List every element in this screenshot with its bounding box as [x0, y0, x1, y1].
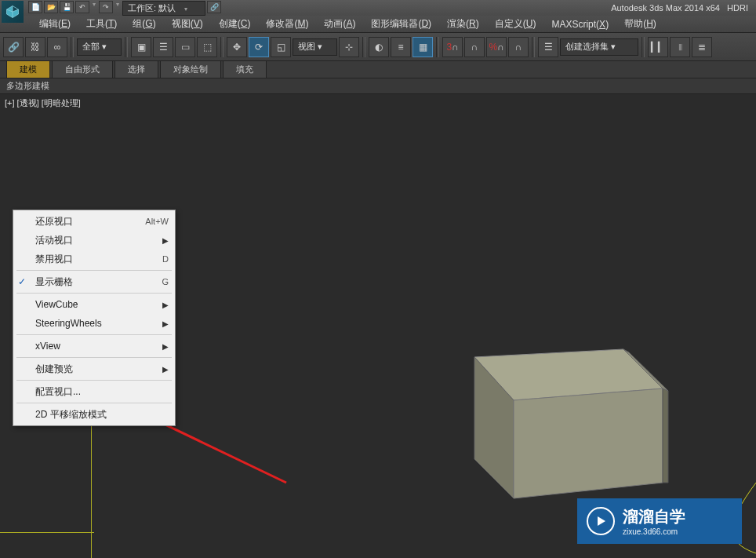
svg-marker-7: [598, 516, 605, 526]
link-tool-icon[interactable]: 🔗: [3, 37, 24, 57]
menu-xview[interactable]: xView▶: [13, 337, 175, 356]
menu-render[interactable]: 渲染(R): [439, 17, 487, 31]
chevron-down-icon: ▾: [183, 5, 189, 13]
menu-active-viewport[interactable]: 活动视口▶: [13, 231, 175, 250]
menu-show-grid[interactable]: ✓ 显示栅格G: [13, 272, 175, 291]
workspace-label: 工作区: 默认: [128, 3, 176, 13]
menu-steeringwheels[interactable]: SteeringWheels▶: [13, 314, 175, 333]
menu-help[interactable]: 帮助(H): [616, 17, 664, 31]
menu-create-preview[interactable]: 创建预览▶: [13, 359, 175, 378]
move-tool-icon[interactable]: ✥: [227, 37, 247, 57]
window-crossing-icon[interactable]: ⬚: [197, 37, 217, 57]
app-icon[interactable]: [2, 1, 24, 23]
menu-disable-viewport[interactable]: 禁用视口D: [13, 250, 175, 268]
tab-object-paint[interactable]: 对象绘制: [160, 60, 221, 78]
menu-tools[interactable]: 工具(T): [78, 17, 125, 31]
mirror-icon[interactable]: ◐: [369, 37, 389, 57]
tab-modeling[interactable]: 建模: [6, 60, 50, 78]
tab-selection[interactable]: 选择: [114, 60, 158, 78]
scale-tool-icon[interactable]: ◱: [271, 37, 291, 57]
watermark-url: zixue.3d66.com: [623, 527, 685, 536]
link-icon[interactable]: 🔗: [207, 1, 221, 13]
mirror-tool-icon[interactable]: ▎▎: [648, 37, 668, 57]
filter-dropdown[interactable]: 全部 ▾: [77, 38, 122, 56]
select-region-icon[interactable]: ▭: [175, 37, 195, 57]
viewport[interactable]: [+] [透视] [明暗处理] 还原视口Alt+W 活动视口▶ 禁用视口D: [0, 94, 756, 558]
align-icon[interactable]: ≡: [391, 37, 411, 57]
menu-restore-viewport[interactable]: 还原视口Alt+W: [13, 212, 175, 231]
play-icon: [587, 507, 615, 535]
menu-create[interactable]: 创建(C): [211, 17, 259, 31]
align-tool-icon[interactable]: ⫴: [670, 37, 690, 57]
layers-icon[interactable]: ≣: [692, 37, 712, 57]
snap-angle-icon[interactable]: ∩: [464, 37, 485, 57]
viewport-context-menu: 还原视口Alt+W 活动视口▶ 禁用视口D ✓ 显示栅格G ViewCube▶ …: [13, 210, 176, 426]
chevron-down-icon[interactable]: ▾: [91, 1, 97, 16]
named-selection-icon[interactable]: ☰: [538, 37, 558, 57]
menu-2d-pan-zoom[interactable]: 2D 平移缩放模式: [13, 405, 175, 424]
ribbon-tabs: 建模 自由形式 选择 对象绘制 填充: [0, 61, 756, 78]
watermark-title: 溜溜自学: [623, 506, 685, 527]
snap-3d-icon[interactable]: 3∩: [442, 37, 463, 57]
menu-graph-editors[interactable]: 图形编辑器(D): [363, 17, 439, 31]
svg-marker-3: [663, 388, 668, 483]
tab-freeform[interactable]: 自由形式: [52, 60, 113, 78]
main-toolbar: 🔗 ⛓ ∞ 全部 ▾ ▣ ☰ ▭ ⬚ ✥ ⟳ ◱ 视图 ▾ ⊹ ◐ ≡ ▦ 3∩…: [0, 33, 756, 61]
rotate-tool-icon[interactable]: ⟳: [249, 37, 269, 57]
view-dropdown[interactable]: 视图 ▾: [293, 38, 337, 56]
selection-set-dropdown[interactable]: 创建选择集 ▾: [560, 38, 638, 56]
menu-customize[interactable]: 自定义(U): [487, 17, 544, 31]
snap-percent-icon[interactable]: %∩: [486, 37, 507, 57]
bind-tool-icon[interactable]: ∞: [47, 37, 67, 57]
menu-view[interactable]: 视图(V): [164, 17, 211, 31]
ribbon-subrow: 多边形建模: [0, 78, 756, 94]
menu-group[interactable]: 组(G): [125, 17, 163, 31]
open-file-icon[interactable]: 📂: [44, 1, 58, 13]
watermark: 溜溜自学 zixue.3d66.com: [577, 498, 742, 544]
menubar: 编辑(E) 工具(T) 组(G) 视图(V) 创建(C) 修改器(M) 动画(A…: [0, 16, 756, 33]
redo-icon[interactable]: ↷: [99, 1, 113, 13]
menu-modifiers[interactable]: 修改器(M): [258, 17, 316, 31]
new-file-icon[interactable]: 📄: [28, 1, 42, 13]
undo-icon[interactable]: ↶: [75, 1, 89, 13]
menu-animation[interactable]: 动画(A): [316, 17, 363, 31]
save-file-icon[interactable]: 💾: [60, 1, 74, 13]
check-icon: ✓: [18, 276, 26, 287]
titlebar: 📄 📂 💾 ↶ ▾ ↷ ▾ 工作区: 默认 ▾ 🔗 Autodesk 3ds M…: [0, 0, 756, 16]
coord-system-icon[interactable]: ⊹: [339, 37, 359, 57]
axis-x-line: [0, 532, 94, 533]
tab-fill[interactable]: 填充: [223, 60, 267, 78]
svg-marker-2: [514, 388, 663, 498]
snap-toggle-icon[interactable]: ▦: [413, 37, 433, 57]
spinner-snap-icon[interactable]: ∩: [508, 37, 529, 57]
workspace-dropdown[interactable]: 工作区: 默认 ▾: [122, 1, 205, 16]
chevron-down-icon[interactable]: ▾: [114, 1, 121, 16]
menu-maxscript[interactable]: MAXScript(X): [543, 19, 616, 30]
menu-configure-viewport[interactable]: 配置视口...: [13, 382, 175, 401]
box-3d-object: [427, 318, 678, 506]
menu-viewcube[interactable]: ViewCube▶: [13, 295, 175, 314]
unlink-tool-icon[interactable]: ⛓: [25, 37, 45, 57]
select-by-name-icon[interactable]: ☰: [153, 37, 173, 57]
app-title: Autodesk 3ds Max 2014 x64 HDRI: [611, 3, 748, 13]
viewport-label[interactable]: [+] [透视] [明暗处理]: [5, 97, 81, 109]
select-filter-icon[interactable]: ▣: [131, 37, 151, 57]
menu-edit[interactable]: 编辑(E): [31, 17, 78, 31]
